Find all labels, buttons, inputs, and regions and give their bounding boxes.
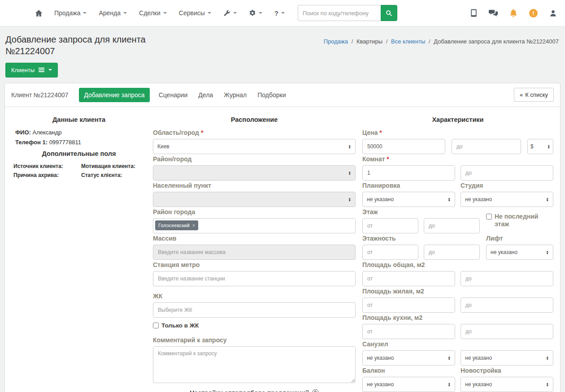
tab-scenarios[interactable]: Сценарии <box>159 91 188 99</box>
area-kitchen-to-input[interactable] <box>461 324 553 339</box>
area-kitchen-from-input[interactable] <box>362 324 455 339</box>
search-button[interactable] <box>381 5 397 21</box>
nav-menu-services[interactable]: Сервисы <box>179 9 211 17</box>
rooms-to-input[interactable] <box>461 165 553 181</box>
complex-input[interactable] <box>153 302 356 318</box>
city-area-tag-input[interactable]: Голосеевский × <box>153 218 356 233</box>
tab-journal[interactable]: Журнал <box>224 91 247 99</box>
not-last-floor-checkbox[interactable]: Не последний этаж <box>486 213 553 228</box>
price-from-input[interactable] <box>362 139 445 154</box>
tab-client[interactable]: Клиент №21224007 <box>11 91 68 99</box>
area-living-label: Площадь жилая, м2 <box>362 288 553 295</box>
nav-menu-rent[interactable]: Аренда <box>99 9 127 17</box>
location-title: Расположение <box>153 116 356 123</box>
user-profile-icon[interactable] <box>549 9 557 17</box>
select-arrows-icon <box>348 144 351 149</box>
not-last-floor-checkbox-input[interactable] <box>486 214 492 220</box>
price-label-text: Цена <box>362 129 378 136</box>
nav-menu-settings[interactable] <box>249 9 262 17</box>
area-total-field: Площадь общая, м2 <box>362 261 553 286</box>
floors-to-input[interactable] <box>424 245 480 260</box>
only-complex-checkbox-input[interactable] <box>153 323 159 328</box>
nav-menu-sale[interactable]: Продажа <box>54 9 87 17</box>
area-total-from-input[interactable] <box>362 271 455 286</box>
studio-select[interactable]: не указано <box>461 192 553 207</box>
breadcrumb-separator: / <box>352 38 353 45</box>
search-icon <box>386 10 392 17</box>
client-phone-value: 0997778811 <box>49 139 81 146</box>
bathroom-select-2-value: не указано <box>465 355 492 361</box>
search-input[interactable] <box>298 5 381 21</box>
nav-menu-deals[interactable]: Сделки <box>139 9 167 17</box>
tag-remove-icon[interactable]: × <box>192 223 195 228</box>
clients-menu-button[interactable]: Клиенты <box>5 63 58 78</box>
only-complex-label: Только в ЖК <box>161 322 199 329</box>
metro-input[interactable] <box>153 271 356 286</box>
region-select[interactable]: Киев <box>153 139 356 154</box>
client-fio-value: Александр <box>33 129 62 136</box>
client-archive-reason-label: Причина ахрива: <box>13 172 78 178</box>
floors-from-input[interactable] <box>362 245 418 260</box>
bathroom-select-2[interactable]: не указано <box>461 350 553 366</box>
required-mark: * <box>201 129 203 136</box>
select-arrows-icon <box>546 382 549 387</box>
chat-icon[interactable] <box>489 9 498 17</box>
layout-field: Планировка не указано <box>362 182 455 207</box>
nav-menu-rent-label: Аренда <box>99 9 121 17</box>
breadcrumb-separator: / <box>429 38 430 45</box>
not-last-floor-label: Не последний этаж <box>495 213 553 228</box>
tab-add-request[interactable]: Добавление запроса <box>79 88 149 102</box>
area-living-from-input[interactable] <box>362 297 455 313</box>
district-label: Район/город <box>153 155 356 163</box>
area-living-to-input[interactable] <box>461 297 553 313</box>
bathroom-select-1[interactable]: не указано <box>362 350 455 366</box>
breadcrumb-link-sale[interactable]: Продажа <box>324 38 348 45</box>
bathroom-field: Санузел не указано не указано <box>362 340 553 366</box>
floor-to-input[interactable] <box>424 218 480 233</box>
help-circle-icon[interactable]: ? <box>312 389 319 392</box>
rooms-from-input[interactable] <box>362 165 455 181</box>
location-column: Расположение Область/город * Киев Район/… <box>153 113 356 392</box>
floors-total-label: Этажность <box>362 235 480 242</box>
client-data-column: Данные клиента ФИО: Александр Телефон 1:… <box>12 113 146 178</box>
price-to-input[interactable] <box>452 139 521 154</box>
form-content: Данные клиента ФИО: Александр Телефон 1:… <box>5 107 560 392</box>
nav-menu-help[interactable]: ? <box>274 9 285 17</box>
floor-from-input[interactable] <box>362 218 418 233</box>
district-field: Район/город <box>153 155 356 181</box>
tablet-icon[interactable] <box>470 9 477 17</box>
client-phone-label: Телефон 1: <box>15 139 48 146</box>
elevator-select[interactable]: не указано <box>486 245 553 260</box>
breadcrumb-item-current: Добавление запроса для клиента №21224007 <box>434 38 559 45</box>
only-complex-checkbox[interactable]: Только в ЖК <box>153 322 199 329</box>
chevron-down-icon <box>48 69 52 71</box>
nav-menu-services-label: Сервисы <box>179 9 205 17</box>
client-source-label: Источник клиента: <box>13 163 78 169</box>
new-building-select-value: не указано <box>465 381 492 388</box>
clients-button-row: Клиенты <box>5 63 565 78</box>
layout-select-value: не указано <box>367 196 394 202</box>
price-label: Цена * <box>362 129 553 137</box>
home-icon[interactable] <box>35 9 43 17</box>
nav-menu-tools[interactable] <box>223 9 237 17</box>
select-arrows-icon <box>546 250 549 254</box>
currency-select[interactable]: $ <box>527 139 553 154</box>
global-search <box>298 5 397 21</box>
breadcrumb-link-all-clients[interactable]: Все клиенты <box>391 38 425 45</box>
tab-selections[interactable]: Подборки <box>257 91 286 99</box>
breadcrumb: Продажа / Квартиры / Все клиенты / Добав… <box>324 38 559 57</box>
balcony-select-value: не указано <box>367 381 394 388</box>
new-building-select[interactable]: не указано <box>461 377 553 392</box>
back-to-list-button[interactable]: « К списку <box>514 88 554 102</box>
notifications-bell-icon[interactable] <box>509 9 517 17</box>
breadcrumb-item-apartments: Квартиры <box>356 38 382 45</box>
chevron-down-icon <box>259 12 262 14</box>
layout-select[interactable]: не указано <box>362 192 455 207</box>
layout-label: Планировка <box>362 182 455 190</box>
client-extra-fields: Источник клиента: Мотивация клиента: При… <box>13 163 146 178</box>
balcony-select[interactable]: не указано <box>362 377 455 392</box>
comment-textarea[interactable] <box>153 346 356 383</box>
area-total-to-input[interactable] <box>461 271 553 286</box>
alerts-icon[interactable]: ! <box>529 9 538 17</box>
tab-cases[interactable]: Дела <box>198 91 213 99</box>
